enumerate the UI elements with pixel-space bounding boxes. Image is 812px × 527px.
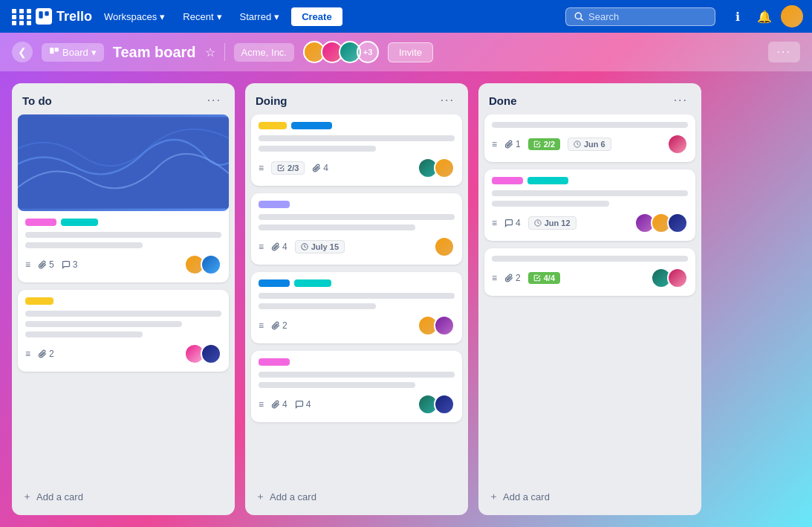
card-meta: ≡ 1 2/2 Jun 6 xyxy=(492,138,611,151)
tag xyxy=(294,279,331,287)
card-tags xyxy=(25,219,221,226)
sidebar-collapse-button[interactable]: ❮ xyxy=(12,42,33,62)
card-todo-2[interactable]: ≡ 2 xyxy=(18,290,229,372)
card-attach: 4 xyxy=(271,242,288,252)
card-attach: 5 xyxy=(38,259,54,270)
card-done-3[interactable]: ≡ 2 4/4 xyxy=(484,248,695,296)
search-icon xyxy=(574,11,584,22)
card-footer: ≡ 4 Jun 12 xyxy=(492,213,688,233)
card-footer: ≡ 2/3 4 xyxy=(259,158,455,178)
card-meta: ≡ 4 Jun 12 xyxy=(492,216,576,230)
card-footer: ≡ 5 3 xyxy=(25,254,221,275)
card-line xyxy=(259,214,455,220)
card-line xyxy=(25,232,221,238)
card-avatars xyxy=(418,315,455,336)
workspaces-menu[interactable]: Workspaces ▾ xyxy=(98,8,171,25)
column-done-menu[interactable]: ··· xyxy=(671,92,691,109)
card-menu-icon: ≡ xyxy=(259,163,264,173)
svg-rect-4 xyxy=(50,48,53,54)
card-doing-2[interactable]: ≡ 4 July 15 xyxy=(251,193,462,265)
card-meta: ≡ 2/3 4 xyxy=(259,161,328,175)
card-comments: 4 xyxy=(504,218,521,228)
card-lines xyxy=(492,122,688,128)
create-button[interactable]: Create xyxy=(291,7,342,26)
trello-logo[interactable]: Trello xyxy=(36,8,92,25)
card-line xyxy=(259,146,376,152)
card-avatar xyxy=(434,158,455,178)
card-menu-icon: ≡ xyxy=(259,320,264,331)
card-date-badge: Jun 6 xyxy=(568,138,611,151)
column-doing-title: Doing xyxy=(256,94,288,107)
card-avatar xyxy=(434,394,455,415)
card-meta: ≡ 5 3 xyxy=(25,259,77,270)
card-menu-icon: ≡ xyxy=(492,139,497,149)
card-line xyxy=(492,190,688,196)
card-doing-1[interactable]: ≡ 2/3 4 xyxy=(251,114,462,186)
card-footer: ≡ 2 xyxy=(25,343,221,364)
board-view-button[interactable]: Board ▾ xyxy=(42,43,104,62)
board-header: ❮ Board ▾ Team board ☆ Acme, Inc. +3 Inv… xyxy=(0,33,812,71)
search-bar[interactable] xyxy=(565,7,715,26)
card-tags xyxy=(25,297,221,305)
workspace-button[interactable]: Acme, Inc. xyxy=(234,43,294,62)
card-lines xyxy=(259,293,455,309)
card-menu-icon: ≡ xyxy=(492,218,497,228)
card-lines xyxy=(25,311,221,337)
starred-menu[interactable]: Starred ▾ xyxy=(234,8,286,25)
card-meta: ≡ 2 xyxy=(259,320,288,331)
card-tags xyxy=(492,177,688,184)
column-todo-menu[interactable]: ··· xyxy=(204,92,224,109)
svg-rect-1 xyxy=(45,11,48,16)
grid-icon[interactable] xyxy=(9,6,30,27)
card-lines xyxy=(259,372,455,388)
card-footer: ≡ 1 2/2 Jun 6 xyxy=(492,134,688,155)
svg-line-3 xyxy=(581,19,583,21)
board-title: Team board xyxy=(113,44,196,61)
card-done-2[interactable]: ≡ 4 Jun 12 xyxy=(484,169,695,241)
card-todo-1[interactable]: ≡ 5 3 xyxy=(18,114,229,282)
column-done-cards: ≡ 1 2/2 Jun 6 xyxy=(478,114,701,481)
star-button[interactable]: ☆ xyxy=(205,45,215,59)
card-line xyxy=(259,293,455,299)
tag xyxy=(25,219,56,226)
add-card-button-todo[interactable]: ＋ Add a card xyxy=(12,484,235,509)
card-lines xyxy=(259,135,455,152)
card-checklist-badge: 4/4 xyxy=(528,272,560,284)
invite-button[interactable]: Invite xyxy=(388,42,433,62)
card-footer: ≡ 2 xyxy=(259,315,455,336)
card-avatar xyxy=(667,213,688,233)
card-avatars xyxy=(667,134,688,155)
card-done-1[interactable]: ≡ 1 2/2 Jun 6 xyxy=(484,114,695,162)
board-more-button[interactable]: ··· xyxy=(768,42,800,62)
recent-menu[interactable]: Recent ▾ xyxy=(177,8,227,25)
card-avatars xyxy=(418,158,455,178)
card-doing-4[interactable]: ≡ 4 4 xyxy=(251,351,462,422)
card-avatar xyxy=(667,268,688,288)
tag xyxy=(259,279,290,287)
info-button[interactable]: ℹ xyxy=(727,6,748,27)
add-card-button-done[interactable]: ＋ Add a card xyxy=(478,484,701,509)
card-line xyxy=(492,201,609,207)
card-lines xyxy=(25,232,221,248)
card-lines xyxy=(492,190,688,207)
column-done-title: Done xyxy=(489,94,517,107)
nav-icons: ℹ 🔔 xyxy=(727,5,803,28)
card-avatars xyxy=(634,213,688,233)
add-card-button-doing[interactable]: ＋ Add a card xyxy=(245,484,468,509)
card-doing-3[interactable]: ≡ 2 xyxy=(251,272,462,343)
board-content: To do ··· xyxy=(0,71,812,527)
card-line xyxy=(259,372,455,378)
card-menu-icon: ≡ xyxy=(25,259,30,270)
column-doing-menu[interactable]: ··· xyxy=(438,92,458,109)
more-members-badge[interactable]: +3 xyxy=(357,41,379,63)
card-avatars xyxy=(651,268,688,288)
card-meta: ≡ 4 July 15 xyxy=(259,240,345,253)
card-line xyxy=(25,332,143,337)
notifications-button[interactable]: 🔔 xyxy=(754,6,775,27)
card-avatar xyxy=(667,134,688,155)
search-input[interactable] xyxy=(588,11,707,22)
tag xyxy=(259,358,290,366)
user-avatar[interactable] xyxy=(781,5,803,28)
column-doing: Doing ··· ≡ 2/3 xyxy=(245,83,468,515)
column-todo: To do ··· xyxy=(12,83,235,515)
